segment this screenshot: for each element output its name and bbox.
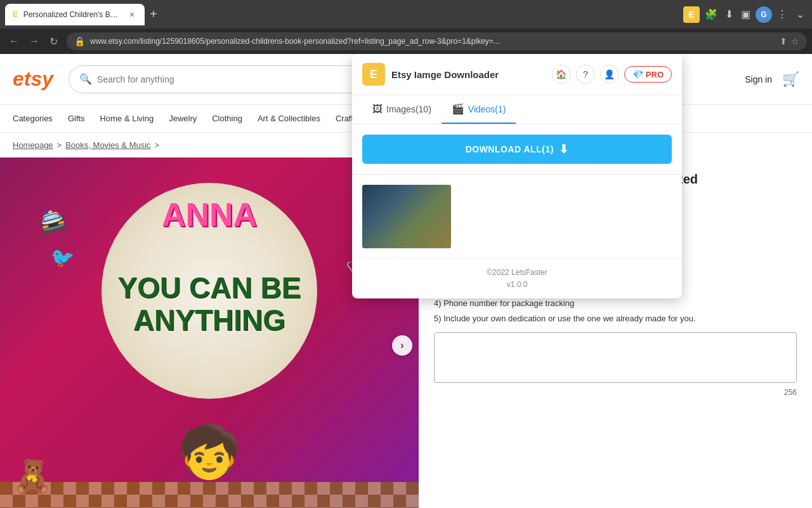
back-button[interactable]: ←: [5, 33, 23, 50]
copyright-text: ©2022 LetsFaster: [362, 267, 672, 279]
more-menu-icon[interactable]: ⋮: [775, 6, 790, 23]
videos-tab-icon: 🎬: [452, 103, 464, 115]
popup-download-area: DOWNLOAD ALL(1) ⬇: [352, 124, 682, 175]
forward-button[interactable]: →: [25, 33, 43, 50]
popup-user-button[interactable]: 👤: [600, 65, 619, 84]
etsy-logo[interactable]: etsy: [13, 67, 53, 91]
nav-buttons: ← → ↻: [5, 33, 62, 50]
popup-tab-images[interactable]: 🖼 Images(10): [362, 95, 442, 124]
header-right: Sign in 🛒: [745, 71, 799, 88]
nav-gifts[interactable]: Gifts: [68, 114, 85, 123]
tab-title: Personalized Children's Book: [23, 10, 122, 19]
nav-categories[interactable]: Categories: [13, 114, 53, 123]
profile-avatar[interactable]: G: [756, 6, 772, 23]
popup-header-actions: 🏠 ? 👤 💎 PRO: [552, 65, 672, 84]
image-next-arrow[interactable]: ›: [392, 335, 412, 356]
book-name: ANNA: [162, 196, 257, 234]
address-bar: ← → ↻ 🔒 www.etsy.com/listing/1259018605/…: [0, 29, 812, 54]
search-bar[interactable]: 🔍 🔍: [69, 65, 386, 93]
nav-home[interactable]: Home & Living: [100, 114, 154, 123]
popup-tabs: 🖼 Images(10) 🎬 Videos(1): [352, 95, 682, 124]
pro-label: PRO: [646, 70, 664, 79]
popup-logo: E: [362, 63, 385, 86]
download-all-button[interactable]: DOWNLOAD ALL(1) ⬇: [362, 135, 672, 164]
char-count: 256: [434, 388, 797, 397]
teddy-decoration: 🧸: [13, 458, 52, 495]
extension-e-icon[interactable]: E: [683, 6, 700, 23]
tab-etsy-icon: E: [13, 10, 18, 19]
download-icon[interactable]: ⬇: [723, 6, 736, 23]
url-text: www.etsy.com/listing/1259018605/personal…: [90, 37, 775, 46]
url-actions: ⬆ ☆: [780, 36, 799, 46]
breadcrumb-cat[interactable]: Books, Movies & Music: [65, 140, 150, 150]
popup-tab-videos[interactable]: 🎬 Videos(1): [442, 95, 516, 124]
search-icon: 🔍: [79, 73, 92, 85]
popup-header: E Etsy Iamge Downloader 🏠 ? 👤 💎 PRO: [352, 54, 682, 95]
puzzle-icon[interactable]: 🧩: [702, 6, 720, 23]
browser-tab[interactable]: E Personalized Children's Book ×: [5, 4, 145, 25]
tab-overflow-icon[interactable]: ⌄: [794, 6, 807, 23]
book-title-line1: YOU CAN BE: [19, 272, 400, 304]
popup-footer: ©2022 LetsFaster v1.0.0: [352, 258, 682, 298]
refresh-button[interactable]: ↻: [46, 33, 62, 50]
download-all-label: DOWNLOAD ALL(1): [466, 144, 554, 154]
url-bar[interactable]: 🔒 www.etsy.com/listing/1259018605/person…: [67, 32, 807, 50]
popup-title: Etsy Iamge Downloader: [391, 69, 546, 80]
extension-popup: E Etsy Iamge Downloader 🏠 ? 👤 💎 PRO 🖼 Im…: [352, 54, 682, 298]
browser-chrome: E Personalized Children's Book × + E 🧩 ⬇…: [0, 0, 812, 29]
pro-gem-icon: 💎: [632, 69, 643, 79]
video-thumbnail-image: [362, 185, 451, 248]
etsy-page: etsy 🔍 🔍 Sign in 🛒 Categories Gifts Home…: [0, 54, 812, 508]
lock-icon: 🔒: [74, 36, 85, 46]
popup-copyright: ©2022 LetsFaster v1.0.0: [362, 267, 672, 291]
popup-home-button[interactable]: 🏠: [552, 65, 571, 84]
nav-jewelry[interactable]: Jewelry: [169, 114, 197, 123]
version-text: v1.0.0: [362, 279, 672, 291]
bird-decoration: 🐦: [51, 246, 74, 269]
breadcrumb-home[interactable]: Homepage: [13, 140, 53, 150]
search-input[interactable]: [97, 74, 347, 84]
toolbar-icons: E 🧩 ⬇ ▣ G ⋮: [683, 6, 790, 23]
tab-close-button[interactable]: ×: [127, 10, 137, 20]
popup-pro-button[interactable]: 💎 PRO: [624, 66, 672, 83]
breadcrumb-sep-2: >: [155, 140, 160, 150]
popup-content: [352, 175, 682, 258]
tab-bar: E Personalized Children's Book × +: [5, 0, 679, 29]
images-tab-icon: 🖼: [372, 104, 383, 115]
nav-art[interactable]: Art & Collectibles: [258, 114, 320, 123]
bookmark-icon[interactable]: ☆: [791, 36, 799, 46]
popup-help-button[interactable]: ?: [576, 65, 595, 84]
videos-tab-label: Videos(1): [468, 104, 506, 114]
images-tab-label: Images(10): [386, 104, 431, 114]
sidebar-icon[interactable]: ▣: [738, 6, 753, 23]
new-tab-button[interactable]: +: [147, 4, 160, 24]
share-icon[interactable]: ⬆: [780, 36, 787, 46]
car-decoration: 🚔: [35, 205, 69, 238]
breadcrumb-sep-1: >: [57, 140, 62, 150]
nav-clothing[interactable]: Clothing: [212, 114, 242, 123]
download-arrow-icon: ⬇: [559, 142, 569, 156]
floor-decoration: [0, 482, 419, 508]
video-thumbnail[interactable]: [362, 185, 451, 248]
cart-icon[interactable]: 🛒: [782, 71, 799, 88]
personalization-textarea[interactable]: [434, 332, 797, 383]
sign-in-link[interactable]: Sign in: [745, 74, 772, 84]
step-5: 5) Include your own dedication or use th…: [434, 311, 797, 326]
book-title-line2: ANYTHING: [19, 304, 400, 337]
book-character: 🧒: [178, 422, 241, 482]
